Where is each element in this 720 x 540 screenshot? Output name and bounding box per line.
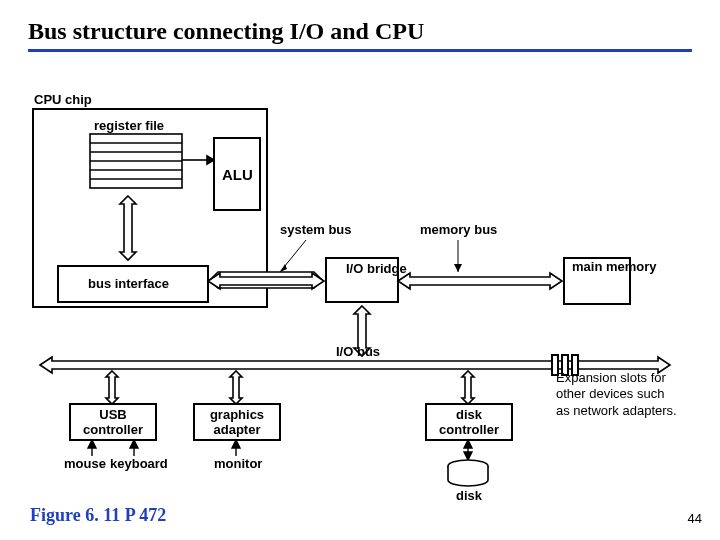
dc-l2: controller: [439, 422, 499, 437]
usb-controller-label: USB controller: [82, 408, 144, 438]
page-number: 44: [688, 511, 702, 526]
svg-marker-9: [120, 196, 136, 260]
exp-l1: Expansion slots for: [556, 370, 666, 385]
io-bridge-text: I/O bridge: [346, 261, 407, 276]
svg-marker-36: [232, 440, 240, 448]
mouse-label: mouse: [64, 456, 106, 471]
svg-marker-7: [207, 156, 214, 164]
svg-marker-14: [398, 273, 562, 289]
svg-marker-19: [454, 264, 462, 272]
usb-l1: USB: [99, 407, 126, 422]
system-bus-label: system bus: [280, 222, 352, 237]
svg-marker-24: [462, 371, 474, 404]
svg-marker-34: [130, 440, 138, 448]
disk-label: disk: [456, 488, 482, 503]
keyboard-label: keyboard: [110, 456, 168, 471]
graphics-adapter-label: graphics adapter: [206, 408, 268, 438]
svg-marker-38: [464, 440, 472, 448]
monitor-label: monitor: [214, 456, 262, 471]
figure-reference: Figure 6. 11 P 472: [30, 505, 166, 526]
io-bridge-label: I/O bridge: [346, 262, 382, 276]
ga-l1: graphics: [210, 407, 264, 422]
io-bus-label: I/O bus: [336, 344, 380, 359]
main-memory-text: main memory: [572, 259, 657, 274]
usb-l2: controller: [83, 422, 143, 437]
main-memory-label: main memory: [572, 260, 624, 275]
dc-l1: disk: [456, 407, 482, 422]
exp-l3: as network adapters.: [556, 403, 677, 418]
svg-marker-39: [464, 452, 472, 460]
exp-l2: other devices such: [556, 386, 664, 401]
svg-marker-22: [106, 371, 118, 404]
svg-marker-32: [88, 440, 96, 448]
alu-label: ALU: [222, 166, 253, 183]
ga-l2: adapter: [214, 422, 261, 437]
memory-bus-label: memory bus: [420, 222, 497, 237]
disk-controller-label: disk controller: [438, 408, 500, 438]
expansion-note: Expansion slots for other devices such a…: [556, 370, 706, 419]
bus-interface-label: bus interface: [88, 276, 169, 291]
svg-marker-23: [230, 371, 242, 404]
